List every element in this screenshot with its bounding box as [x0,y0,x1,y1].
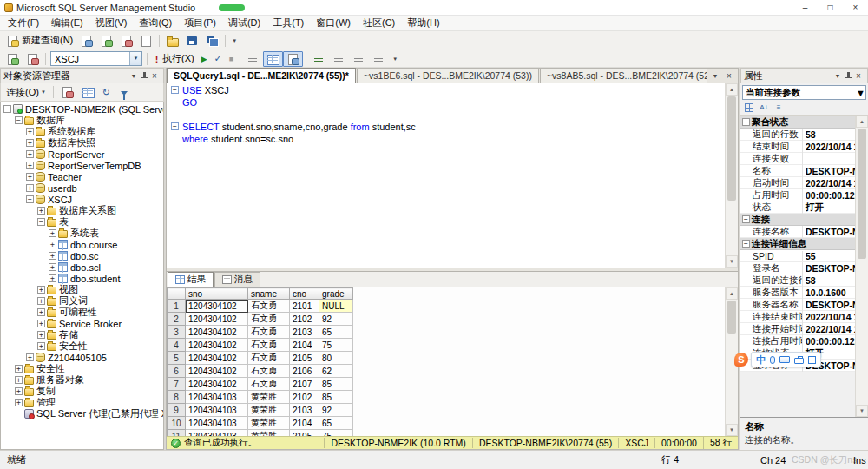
menu-item[interactable]: 查询(Q) [133,16,178,30]
property-row[interactable]: 状态打开 [740,201,855,214]
editor-vertical-scrollbar[interactable]: ▲ ▼ [725,83,738,268]
properties-vertical-scrollbar[interactable]: ▲ ▼ [855,116,868,417]
tree-expander[interactable]: + [26,128,34,135]
results-grid[interactable]: snosnamecnograde11204304102石文勇2101NULL21… [167,287,725,436]
chevron-down-icon[interactable]: ▼ [709,70,721,82]
tree-expander[interactable]: + [37,320,45,327]
refresh-button[interactable]: ↻ [99,84,114,100]
cancel-query-button[interactable]: ■ [226,51,237,67]
save-all-button[interactable] [202,33,222,49]
grid-column-header[interactable]: grade [319,288,353,300]
grid-cell[interactable]: 2107 [290,378,319,391]
grid-row-header[interactable]: 11 [168,430,186,437]
tree-expander[interactable]: + [37,207,45,215]
tree-expander[interactable]: + [37,308,45,316]
dmx-query-button[interactable] [116,33,136,49]
grid-column-header[interactable]: sno [186,288,248,300]
grid-cell[interactable]: 2105 [290,352,319,365]
pin-icon[interactable] [844,70,852,82]
grid-cell[interactable]: 85 [319,378,353,391]
parse-button[interactable]: ✓ [211,51,226,67]
property-row[interactable]: 启动时间2022/10/14 11:26:3 [740,177,855,189]
grid-cell[interactable]: 80 [319,352,353,365]
grid-row-header[interactable]: 7 [168,378,186,391]
tree-expander[interactable]: − [15,116,23,124]
tree-item[interactable]: +dbo.student [1,273,163,284]
property-row[interactable]: 服务器版本10.0.1600 [740,287,855,299]
grid-cell[interactable]: 62 [319,365,353,378]
properties-object-selector[interactable]: 当前连接参数 ▼ [742,85,866,100]
scrollbar-thumb[interactable] [727,96,736,201]
grid-cell[interactable]: 92 [319,313,353,326]
grid-cell[interactable]: 黄荣胜 [248,391,290,404]
scrollbar-track[interactable] [726,96,738,255]
category-expander[interactable]: − [742,240,750,248]
property-pages-icon[interactable]: ≡ [773,102,785,114]
tree-expander[interactable]: + [15,365,23,373]
grid-cell[interactable]: 75 [319,430,353,437]
grid-cell[interactable]: 1204304103 [186,391,248,404]
tree-item[interactable]: +可编程性 [1,307,163,318]
grid-cell[interactable]: 2105 [290,430,319,437]
apps-grid-icon[interactable] [808,356,816,364]
grid-cell[interactable]: 92 [319,404,353,417]
categorized-icon[interactable] [743,102,755,114]
chevron-down-icon[interactable]: ▼ [128,70,140,82]
property-row[interactable]: 登录名DESKTOP-NBME2I [740,262,855,274]
tree-item[interactable]: +dbo.sc [1,250,163,261]
indent-button[interactable] [369,51,389,67]
menu-item[interactable]: 窗口(W) [310,16,357,30]
grid-cell[interactable]: 2103 [290,404,319,417]
tree-expander[interactable]: − [26,195,34,203]
property-row[interactable]: 连接开始时间2022/10/14 11:26:3 [740,323,855,335]
tree-item[interactable]: +Z2104405105 [1,352,163,363]
grid-cell[interactable]: 2101 [290,300,319,313]
tree-item[interactable]: +系统数据库 [1,126,163,137]
tree-expander[interactable]: + [37,331,45,339]
tree-item[interactable]: +dbo.course [1,239,163,250]
document-tab[interactable]: ~vs8AB5.sql - DES...BME2IK\20774 (52)) [540,69,707,83]
category-expander[interactable]: − [742,215,750,223]
grid-cell[interactable]: 石文勇 [248,339,290,352]
grid-cell[interactable]: 2103 [290,326,319,339]
tree-item[interactable]: +userdb [1,182,163,194]
grid-cell[interactable]: 1204304103 [186,404,248,417]
results-to-file-button[interactable] [283,51,303,67]
alphabetical-icon[interactable]: A↓ [758,102,770,114]
grid-cell[interactable]: 2102 [290,391,319,404]
menu-item[interactable]: 编辑(E) [45,16,89,30]
sogou-logo-icon[interactable]: S [734,353,748,367]
connect-button-toolbar[interactable] [3,51,23,67]
property-row[interactable]: 连接结束时间2022/10/14 11:26:3 [740,311,855,323]
property-row[interactable]: 返回的连接行数58 [740,274,855,287]
tree-item[interactable]: +管理 [1,397,163,408]
grid-cell[interactable]: 石文勇 [248,352,290,365]
tree-item[interactable]: −XSCJ [1,194,163,205]
menu-item[interactable]: 视图(V) [89,16,134,30]
tree-expander[interactable]: + [49,229,56,237]
tree-item[interactable]: +ReportServerTempDB [1,160,163,171]
tab-messages[interactable]: 消息 [214,272,260,287]
property-row[interactable]: 占用时间00:00:00.122 [740,189,855,201]
fold-marker[interactable]: − [171,122,179,130]
toolbox-icon[interactable] [794,358,804,364]
sql-editor[interactable]: −USE XSCJGO−SELECT student.sno,sname,cno… [167,83,738,268]
tree-expander[interactable]: + [49,263,56,271]
grid-cell[interactable]: 石文勇 [248,300,290,313]
close-icon[interactable]: × [148,70,161,82]
chevron-down-icon[interactable]: ▼ [129,52,141,65]
grid-row-header[interactable]: 10 [168,417,186,430]
results-to-grid-button[interactable] [263,51,283,67]
property-row[interactable]: 连接失败 [740,153,855,165]
tree-item[interactable]: +Service Broker [1,318,163,329]
tree-expander[interactable]: + [26,150,34,158]
close-icon[interactable]: × [852,70,865,82]
grid-cell[interactable]: 黄荣胜 [248,430,290,437]
grid-cell[interactable]: 1204304102 [186,352,248,365]
tree-expander[interactable]: + [26,173,34,181]
menu-item[interactable]: 调试(D) [222,16,266,30]
tree-expander[interactable]: + [26,184,34,192]
scroll-down-arrow[interactable]: ▼ [856,405,868,417]
tree-item[interactable]: −数据库 [1,115,163,126]
tree-expander[interactable]: + [49,274,56,282]
